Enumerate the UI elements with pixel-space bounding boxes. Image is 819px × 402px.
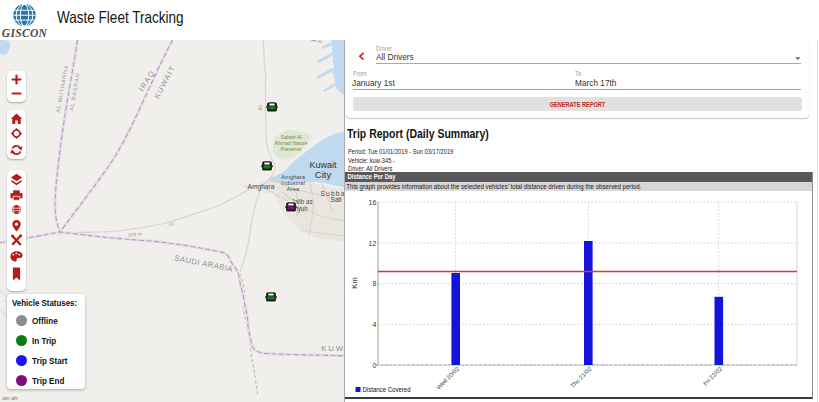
- svg-text:12: 12: [369, 240, 377, 247]
- svg-text:Km: Km: [350, 278, 359, 289]
- svg-text:4: 4: [372, 321, 376, 328]
- svg-text:Distance Covered: Distance Covered: [363, 385, 411, 394]
- svg-text:8: 8: [372, 280, 376, 287]
- svg-text:Wed 20/02: Wed 20/02: [436, 365, 461, 390]
- svg-text:80: 80: [257, 105, 263, 111]
- svg-text:0: 0: [372, 362, 376, 369]
- svg-text:Thu 21/02: Thu 21/02: [569, 365, 593, 389]
- svg-text:City: City: [315, 169, 332, 180]
- svg-text:um ah: um ah: [2, 395, 17, 401]
- svg-text:KUW: KUW: [321, 344, 344, 353]
- svg-text:Amghara: Amghara: [248, 183, 275, 191]
- svg-text:16: 16: [369, 199, 377, 206]
- svg-text:Fri 22/02: Fri 22/02: [702, 365, 723, 386]
- svg-text:Sali: Sali: [331, 196, 343, 203]
- svg-text:Preserve: Preserve: [281, 146, 302, 152]
- svg-text:Area: Area: [287, 186, 300, 192]
